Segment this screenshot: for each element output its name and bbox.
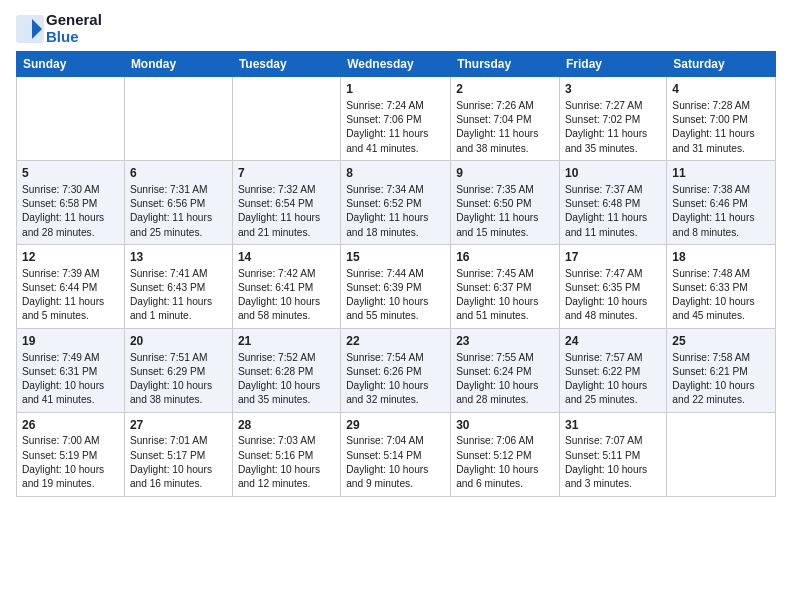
day-number: 2 <box>456 81 554 98</box>
calendar-cell <box>17 77 125 161</box>
day-info: Daylight: 11 hours <box>22 211 119 225</box>
day-info: Daylight: 10 hours <box>456 379 554 393</box>
calendar-cell: 18Sunrise: 7:48 AMSunset: 6:33 PMDayligh… <box>667 244 776 328</box>
day-info: Sunset: 6:50 PM <box>456 197 554 211</box>
day-info: Sunrise: 7:48 AM <box>672 267 770 281</box>
calendar-cell: 10Sunrise: 7:37 AMSunset: 6:48 PMDayligh… <box>560 160 667 244</box>
day-number: 26 <box>22 417 119 434</box>
day-number: 31 <box>565 417 661 434</box>
day-info: Sunrise: 7:39 AM <box>22 267 119 281</box>
page: General Blue SundayMondayTuesdayWednesda… <box>0 0 792 507</box>
day-number: 20 <box>130 333 227 350</box>
calendar-cell: 6Sunrise: 7:31 AMSunset: 6:56 PMDaylight… <box>124 160 232 244</box>
day-info: Sunrise: 7:00 AM <box>22 434 119 448</box>
calendar-cell: 1Sunrise: 7:24 AMSunset: 7:06 PMDaylight… <box>341 77 451 161</box>
day-info: Sunset: 6:26 PM <box>346 365 445 379</box>
calendar-header-tuesday: Tuesday <box>232 52 340 77</box>
day-info: and 18 minutes. <box>346 226 445 240</box>
day-number: 29 <box>346 417 445 434</box>
day-number: 27 <box>130 417 227 434</box>
calendar-cell: 27Sunrise: 7:01 AMSunset: 5:17 PMDayligh… <box>124 412 232 496</box>
day-info: Daylight: 10 hours <box>565 379 661 393</box>
calendar-cell: 19Sunrise: 7:49 AMSunset: 6:31 PMDayligh… <box>17 328 125 412</box>
logo-text-group: General Blue <box>46 12 102 45</box>
day-info: Sunset: 5:11 PM <box>565 449 661 463</box>
calendar-cell: 14Sunrise: 7:42 AMSunset: 6:41 PMDayligh… <box>232 244 340 328</box>
calendar-cell: 5Sunrise: 7:30 AMSunset: 6:58 PMDaylight… <box>17 160 125 244</box>
day-info: and 15 minutes. <box>456 226 554 240</box>
day-info: and 11 minutes. <box>565 226 661 240</box>
day-info: Sunrise: 7:51 AM <box>130 351 227 365</box>
day-info: Sunrise: 7:32 AM <box>238 183 335 197</box>
day-info: and 48 minutes. <box>565 309 661 323</box>
day-info: and 16 minutes. <box>130 477 227 491</box>
day-info: Daylight: 10 hours <box>238 295 335 309</box>
header: General Blue <box>16 12 776 45</box>
day-info: Sunrise: 7:38 AM <box>672 183 770 197</box>
day-info: and 41 minutes. <box>22 393 119 407</box>
day-info: Daylight: 11 hours <box>565 211 661 225</box>
day-info: Daylight: 11 hours <box>565 127 661 141</box>
day-info: Sunrise: 7:27 AM <box>565 99 661 113</box>
day-info: Daylight: 11 hours <box>346 127 445 141</box>
logo: General Blue <box>16 12 102 45</box>
calendar-cell: 30Sunrise: 7:06 AMSunset: 5:12 PMDayligh… <box>451 412 560 496</box>
calendar-header-saturday: Saturday <box>667 52 776 77</box>
day-number: 4 <box>672 81 770 98</box>
day-info: Daylight: 10 hours <box>238 379 335 393</box>
day-info: and 41 minutes. <box>346 142 445 156</box>
day-info: and 3 minutes. <box>565 477 661 491</box>
day-info: Daylight: 10 hours <box>130 463 227 477</box>
day-info: Sunset: 6:48 PM <box>565 197 661 211</box>
day-info: Sunset: 6:21 PM <box>672 365 770 379</box>
day-number: 24 <box>565 333 661 350</box>
calendar-cell: 28Sunrise: 7:03 AMSunset: 5:16 PMDayligh… <box>232 412 340 496</box>
day-info: Daylight: 11 hours <box>130 295 227 309</box>
day-info: and 35 minutes. <box>238 393 335 407</box>
day-number: 25 <box>672 333 770 350</box>
day-info: Daylight: 10 hours <box>565 295 661 309</box>
calendar-cell: 29Sunrise: 7:04 AMSunset: 5:14 PMDayligh… <box>341 412 451 496</box>
day-info: and 25 minutes. <box>130 226 227 240</box>
day-number: 5 <box>22 165 119 182</box>
day-info: Daylight: 11 hours <box>346 211 445 225</box>
logo-triangle-icon <box>16 15 44 43</box>
day-info: Daylight: 10 hours <box>22 379 119 393</box>
day-info: Sunset: 6:46 PM <box>672 197 770 211</box>
day-info: Sunset: 6:54 PM <box>238 197 335 211</box>
day-info: Sunset: 5:17 PM <box>130 449 227 463</box>
day-info: Daylight: 11 hours <box>22 295 119 309</box>
day-info: Sunset: 6:39 PM <box>346 281 445 295</box>
calendar-cell: 23Sunrise: 7:55 AMSunset: 6:24 PMDayligh… <box>451 328 560 412</box>
day-number: 8 <box>346 165 445 182</box>
day-number: 12 <box>22 249 119 266</box>
day-info: Daylight: 10 hours <box>22 463 119 477</box>
day-number: 14 <box>238 249 335 266</box>
day-number: 22 <box>346 333 445 350</box>
day-info: Sunset: 7:02 PM <box>565 113 661 127</box>
logo-blue-text: Blue <box>46 29 102 46</box>
day-info: and 1 minute. <box>130 309 227 323</box>
day-info: Sunset: 6:41 PM <box>238 281 335 295</box>
day-info: Sunset: 5:16 PM <box>238 449 335 463</box>
calendar-cell: 7Sunrise: 7:32 AMSunset: 6:54 PMDaylight… <box>232 160 340 244</box>
calendar-week-4: 19Sunrise: 7:49 AMSunset: 6:31 PMDayligh… <box>17 328 776 412</box>
day-info: Sunrise: 7:35 AM <box>456 183 554 197</box>
day-number: 15 <box>346 249 445 266</box>
day-info: Sunrise: 7:42 AM <box>238 267 335 281</box>
day-info: Sunset: 6:52 PM <box>346 197 445 211</box>
calendar-cell: 12Sunrise: 7:39 AMSunset: 6:44 PMDayligh… <box>17 244 125 328</box>
day-info: Daylight: 10 hours <box>130 379 227 393</box>
calendar-cell: 3Sunrise: 7:27 AMSunset: 7:02 PMDaylight… <box>560 77 667 161</box>
day-info: Daylight: 10 hours <box>672 295 770 309</box>
day-info: Sunrise: 7:47 AM <box>565 267 661 281</box>
calendar-cell: 16Sunrise: 7:45 AMSunset: 6:37 PMDayligh… <box>451 244 560 328</box>
day-info: Daylight: 10 hours <box>565 463 661 477</box>
day-info: Sunrise: 7:34 AM <box>346 183 445 197</box>
day-info: Daylight: 10 hours <box>346 379 445 393</box>
day-number: 23 <box>456 333 554 350</box>
day-info: and 35 minutes. <box>565 142 661 156</box>
day-info: and 19 minutes. <box>22 477 119 491</box>
calendar-cell: 21Sunrise: 7:52 AMSunset: 6:28 PMDayligh… <box>232 328 340 412</box>
calendar-week-2: 5Sunrise: 7:30 AMSunset: 6:58 PMDaylight… <box>17 160 776 244</box>
